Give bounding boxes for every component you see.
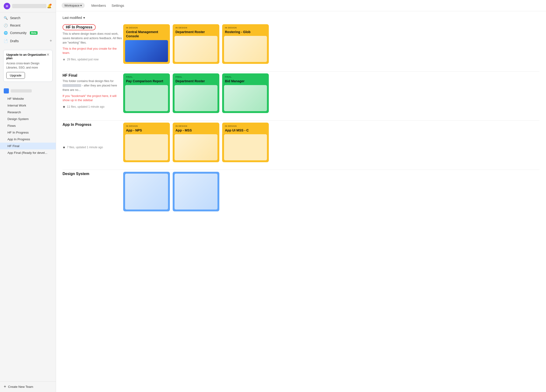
file-card-preview-bid xyxy=(224,85,267,111)
file-card-design-2[interactable] xyxy=(173,172,219,211)
recent-icon: 🕐 xyxy=(4,24,8,27)
sidebar-item-community[interactable]: 🌐 Community Beta xyxy=(0,29,56,37)
sidebar-project-app-in-progress[interactable]: App In Progress xyxy=(0,136,56,143)
sidebar-item-recent-label: Recent xyxy=(10,24,20,27)
upgrade-button[interactable]: Upgrade xyxy=(6,72,25,79)
project-title-row-app: App In Progress xyxy=(63,123,123,127)
section-with-cards-hf-final: HF Final This folder contains final desi… xyxy=(63,73,540,113)
sidebar-project-hf-final-label: HF Final xyxy=(7,144,19,148)
divider-1 xyxy=(63,71,540,72)
star-icon-app[interactable]: ★ xyxy=(63,145,65,149)
sidebar-project-design-system[interactable]: Design System xyxy=(0,116,56,122)
create-team-button[interactable]: + Create New Team xyxy=(0,381,56,392)
project-section-app-in-progress: App In Progress ★ 7 files, updated 1 min… xyxy=(63,123,540,162)
sidebar-project-hf-final[interactable]: HF Final xyxy=(0,143,56,149)
file-card-label-2: IN DESIGN xyxy=(173,24,219,30)
project-section-hf-final: HF Final This folder contains final desi… xyxy=(63,73,540,113)
topbar-members-link[interactable]: Members xyxy=(91,4,106,7)
project-title-row-design: Design System xyxy=(63,172,123,176)
upgrade-close-button[interactable]: ✕ xyxy=(46,53,49,57)
file-card-preview-dept-final xyxy=(175,85,217,111)
file-card-label-pay: FINAL xyxy=(123,73,170,79)
file-card-central-management[interactable]: IN DESIGN Central Management Console xyxy=(123,24,170,64)
preview-placeholder-nps xyxy=(125,134,168,160)
plus-icon: + xyxy=(4,384,6,389)
content-area: Last modified ▾ HF In Progress This is w… xyxy=(56,11,546,392)
notification-bell[interactable]: 🔔 xyxy=(46,3,52,9)
sidebar-project-research-label: Research xyxy=(7,110,21,114)
project-title-hf-in-progress[interactable]: HF In Progress xyxy=(63,25,95,30)
sidebar: H 🔔 🔍 Search 🕐 Recent 🌐 Community Beta 📄… xyxy=(0,0,56,392)
sidebar-item-drafts[interactable]: 📄 Drafts + xyxy=(0,37,56,45)
sidebar-project-design-system-label: Design System xyxy=(7,117,29,121)
project-title-highlight-box: HF In Progress xyxy=(63,24,96,30)
cards-row-app: IN DESIGN App - NPS IN DESIGN App - MSS xyxy=(123,123,540,162)
file-card-pay-comparison[interactable]: FINAL Pay Comparison Report xyxy=(123,73,170,113)
file-card-rostering-glob[interactable]: IN DESIGN Rostering - Glob xyxy=(222,24,269,64)
preview-placeholder-bid xyxy=(224,85,267,111)
file-card-app-mss[interactable]: IN DESIGN App - MSS xyxy=(173,123,219,162)
project-info-hf-in-progress: HF In Progress This is where design team… xyxy=(63,24,123,61)
project-section-design-system: Design System xyxy=(63,172,540,211)
sidebar-project-flows-label: Flows xyxy=(7,124,16,127)
project-title-app[interactable]: App In Progress xyxy=(63,123,91,127)
file-card-title-mss: App - MSS xyxy=(173,128,219,132)
project-meta-hf-in-progress: ★ 29 files, updated just now xyxy=(63,57,123,61)
drafts-icon: 📄 xyxy=(4,39,8,43)
file-card-title-bid-manager: Bid Manager xyxy=(222,79,269,83)
preview-placeholder-pay xyxy=(125,85,168,111)
file-card-label-mss: IN DESIGN xyxy=(173,123,219,128)
upgrade-title: Upgrade to an Organization plan xyxy=(6,53,46,60)
project-meta-text-hf-in-progress: 29 files, updated just now xyxy=(67,58,98,61)
sidebar-item-recent[interactable]: 🕐 Recent xyxy=(0,22,56,29)
project-title-hf-final[interactable]: HF Final xyxy=(63,73,77,78)
drafts-add-icon[interactable]: + xyxy=(49,38,52,43)
file-card-title-nps: App - NPS xyxy=(123,128,170,132)
sort-label: Last modified xyxy=(63,16,82,19)
file-card-title-rostering: Rostering - Glob xyxy=(222,30,269,34)
file-card-app-ui-mss[interactable]: IN DESIGN App UI MSS - C xyxy=(222,123,269,162)
file-card-dept-roster-final[interactable]: FINAL Department Roster xyxy=(173,73,219,113)
file-card-department-roster[interactable]: IN DESIGN Department Roster xyxy=(173,24,219,64)
file-card-preview-2 xyxy=(175,36,217,62)
preview-placeholder-design-1 xyxy=(125,174,168,209)
file-card-title-pay-comparison: Pay Comparison Report xyxy=(123,79,170,83)
file-card-title-central-management: Central Management Console xyxy=(123,30,170,38)
cards-row-hf-in-progress: IN DESIGN Central Management Console IN … xyxy=(123,24,540,64)
project-meta-app: ★ 7 files, updated 1 minute ago xyxy=(63,145,123,149)
sidebar-project-app-final[interactable]: App Final (Ready for devel... xyxy=(0,149,56,156)
sidebar-item-search-label: Search xyxy=(10,16,20,20)
star-icon-hf-final[interactable]: ★ xyxy=(63,105,65,109)
preview-placeholder-app-ui xyxy=(224,134,267,160)
sidebar-project-flows[interactable]: Flows xyxy=(0,122,56,129)
topbar-workspace-label: Workspace ▾ xyxy=(65,4,82,7)
file-card-design-1[interactable] xyxy=(123,172,170,211)
preview-placeholder-design-2 xyxy=(175,174,217,209)
globe-icon: 🌐 xyxy=(4,31,8,35)
project-title-design-system[interactable]: Design System xyxy=(63,172,89,176)
sidebar-project-internal-work[interactable]: Internal Work xyxy=(0,102,56,109)
star-icon-hf-in-progress[interactable]: ★ xyxy=(63,57,65,61)
sidebar-project-research[interactable]: Research xyxy=(0,109,56,116)
topbar-workspace-selector[interactable]: Workspace ▾ xyxy=(62,3,85,8)
file-card-app-nps[interactable]: IN DESIGN App - NPS xyxy=(123,123,170,162)
sidebar-project-hf-in-progress-label: HF In Progress xyxy=(7,131,29,134)
sidebar-project-hf-website-label: HF Website xyxy=(7,97,24,101)
topbar-nav: Members Settings xyxy=(91,4,124,7)
sidebar-item-search[interactable]: 🔍 Search xyxy=(0,14,56,22)
sidebar-project-hf-website[interactable]: HF Website xyxy=(0,95,56,102)
file-card-label-3: IN DESIGN xyxy=(222,24,269,30)
upgrade-desc: Access cross-team Design Libraries, SSO,… xyxy=(6,61,49,70)
main-panel: Workspace ▾ Members Settings Last modifi… xyxy=(56,0,546,392)
sidebar-project-hf-in-progress[interactable]: HF In Progress xyxy=(0,129,56,136)
sidebar-project-internal-work-label: Internal Work xyxy=(7,104,26,107)
topbar-settings-link[interactable]: Settings xyxy=(111,4,124,7)
topbar: Workspace ▾ Members Settings xyxy=(56,0,546,11)
file-card-preview-pay xyxy=(125,85,168,111)
sidebar-item-drafts-label: Drafts xyxy=(10,39,19,43)
chevron-down-icon: ▾ xyxy=(83,16,85,19)
file-card-title-dept-final: Department Roster xyxy=(173,79,219,83)
divider-3 xyxy=(63,170,540,170)
file-card-bid-manager[interactable]: FINAL Bid Manager xyxy=(222,73,269,113)
sort-bar[interactable]: Last modified ▾ xyxy=(63,16,540,19)
